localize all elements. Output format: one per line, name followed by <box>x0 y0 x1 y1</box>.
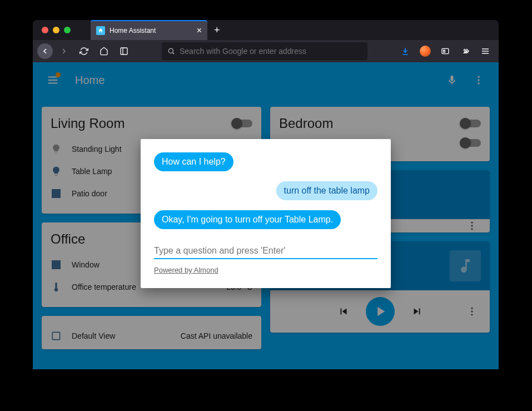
overflow-menu-button[interactable] <box>468 69 490 91</box>
entity-value: Cast API unavailable <box>181 331 252 340</box>
svg-point-13 <box>478 79 479 81</box>
door-icon <box>51 188 62 199</box>
svg-point-12 <box>478 76 479 78</box>
address-bar[interactable] <box>162 42 367 60</box>
downloads-button[interactable] <box>396 42 414 60</box>
voice-button[interactable] <box>441 69 463 91</box>
chat-message-bot: Okay, I'm going to turn off your Table L… <box>154 210 341 229</box>
previous-track-button[interactable] <box>332 300 355 323</box>
svg-rect-0 <box>121 48 127 55</box>
entity-toggle[interactable] <box>461 139 481 147</box>
media-controls <box>270 290 490 333</box>
chat-input-container <box>154 246 377 259</box>
new-tab-button[interactable]: + <box>212 22 222 38</box>
chat-log: How can I help? turn off the table lamp … <box>154 152 377 229</box>
overflow-button[interactable]: » <box>456 42 474 60</box>
svg-point-17 <box>471 225 473 226</box>
browser-titlebar: Home Assistant × + <box>33 20 499 40</box>
powered-by-link[interactable]: Powered by Almond <box>154 266 218 274</box>
play-button[interactable] <box>366 297 395 326</box>
forward-button[interactable] <box>55 42 73 60</box>
thermometer-icon <box>51 281 62 293</box>
default-view-card: Default View Cast API unavailable <box>42 316 261 349</box>
window-icon <box>51 259 62 270</box>
notification-dot-icon <box>56 72 61 77</box>
chat-message-bot: How can I help? <box>154 152 233 171</box>
library-button[interactable] <box>115 42 133 60</box>
header-actions <box>441 69 490 91</box>
search-icon <box>167 47 175 55</box>
browser-tab[interactable]: Home Assistant × <box>91 20 207 40</box>
svg-rect-15 <box>52 332 59 339</box>
window-controls <box>33 27 71 33</box>
svg-point-21 <box>471 314 473 315</box>
card-title: Office <box>51 231 85 247</box>
tab-close-button[interactable]: × <box>197 26 202 36</box>
account-button[interactable] <box>416 42 434 60</box>
page-title: Home <box>75 74 105 87</box>
maximize-window-button[interactable] <box>64 27 71 33</box>
svg-point-14 <box>478 82 479 84</box>
menu-button[interactable] <box>42 69 64 91</box>
living-room-toggle[interactable] <box>232 120 252 127</box>
svg-point-18 <box>471 228 473 230</box>
back-button[interactable] <box>37 43 53 59</box>
app-menu-button[interactable] <box>476 42 494 60</box>
card-title: Living Room <box>51 116 125 131</box>
container-button[interactable] <box>436 42 454 60</box>
svg-point-20 <box>471 310 473 312</box>
home-button[interactable] <box>95 42 113 60</box>
view-icon <box>51 330 62 341</box>
entity-row[interactable]: Default View Cast API unavailable <box>51 325 252 347</box>
svg-point-16 <box>471 222 473 224</box>
lightbulb-icon <box>51 143 62 155</box>
media-menu-button[interactable] <box>461 300 483 323</box>
card-title: Bedroom <box>279 116 333 131</box>
album-art-icon <box>450 250 481 281</box>
entity-name: Default View <box>72 331 171 340</box>
close-window-button[interactable] <box>42 27 48 33</box>
toolbar-right: » <box>396 42 494 60</box>
app-header: Home <box>33 62 499 98</box>
svg-point-2 <box>168 48 173 53</box>
tab-title: Home Assistant <box>110 27 192 34</box>
address-input[interactable] <box>180 47 362 56</box>
media-menu-button[interactable] <box>461 215 483 232</box>
svg-line-3 <box>173 53 175 55</box>
avatar-icon <box>420 46 431 57</box>
minimize-window-button[interactable] <box>53 27 59 33</box>
voice-assistant-dialog: How can I help? turn off the table lamp … <box>141 139 391 288</box>
svg-point-19 <box>471 308 473 309</box>
chat-message-user: turn off the table lamp <box>276 181 377 200</box>
lightbulb-icon <box>51 166 62 177</box>
chat-input[interactable] <box>154 246 377 256</box>
svg-rect-5 <box>444 50 445 52</box>
reload-button[interactable] <box>75 42 93 60</box>
tab-favicon-icon <box>96 26 105 35</box>
browser-toolbar: » <box>33 40 499 62</box>
bedroom-toggle[interactable] <box>461 120 481 127</box>
next-track-button[interactable] <box>406 300 428 323</box>
